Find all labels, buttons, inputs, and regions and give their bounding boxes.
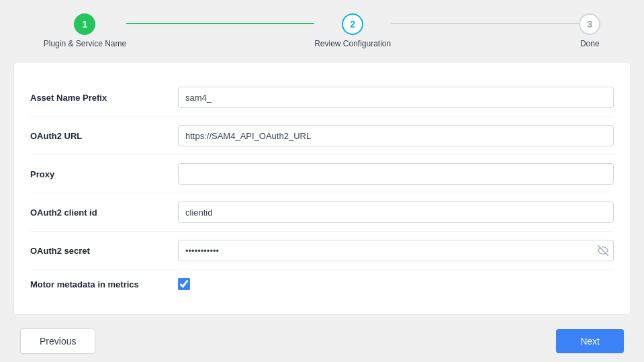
step-2-circle: 2 — [342, 13, 363, 35]
step-1-circle: 1 — [74, 13, 95, 35]
step-1-number: 1 — [83, 19, 88, 30]
step-1: 1 Plugin & Service Name — [44, 13, 126, 48]
input-asset-name-prefix[interactable] — [178, 87, 614, 108]
toggle-password-visibility-button[interactable] — [598, 245, 608, 256]
input-oauth2-client-id[interactable] — [178, 201, 614, 223]
step-3-circle: 3 — [579, 13, 600, 35]
bottom-bar: Previous Next — [13, 326, 631, 361]
password-wrapper — [178, 240, 614, 261]
field-row-oauth2-url: OAuth2 URL — [30, 117, 614, 155]
input-oauth2-url[interactable] — [178, 125, 614, 146]
step-2: 2 Review Configuration — [314, 13, 391, 48]
next-button[interactable]: Next — [556, 329, 624, 353]
page-wrapper: 1 Plugin & Service Name 2 Review Configu… — [0, 0, 644, 362]
input-oauth2-secret[interactable] — [178, 240, 614, 261]
step-2-label: Review Configuration — [314, 39, 391, 48]
field-row-proxy: Proxy — [30, 155, 614, 193]
step-2-number: 2 — [350, 19, 355, 30]
field-row-motor-metadata: Motor metadata in metrics — [30, 270, 614, 298]
eye-off-icon — [598, 245, 608, 256]
label-asset-name-prefix: Asset Name Prefix — [30, 93, 178, 103]
label-oauth2-secret: OAuth2 secret — [30, 246, 178, 256]
field-row-oauth2-secret: OAuth2 secret — [30, 232, 614, 270]
label-oauth2-client-id: OAuth2 client id — [30, 208, 178, 218]
step-3-number: 3 — [587, 19, 592, 30]
connector-2 — [391, 23, 579, 24]
form-card: Asset Name Prefix OAuth2 URL Proxy OAuth… — [13, 62, 631, 315]
label-motor-metadata: Motor metadata in metrics — [30, 279, 178, 289]
connector-1 — [126, 23, 314, 24]
previous-button[interactable]: Previous — [20, 328, 95, 354]
step-3-label: Done — [580, 39, 600, 48]
step-3: 3 Done — [579, 13, 600, 48]
field-row-oauth2-client-id: OAuth2 client id — [30, 193, 614, 232]
label-proxy: Proxy — [30, 169, 178, 179]
input-proxy[interactable] — [178, 163, 614, 185]
stepper: 1 Plugin & Service Name 2 Review Configu… — [13, 7, 631, 62]
label-oauth2-url: OAuth2 URL — [30, 131, 178, 141]
field-row-asset-name-prefix: Asset Name Prefix — [30, 79, 614, 117]
step-1-label: Plugin & Service Name — [44, 39, 126, 48]
checkbox-motor-metadata[interactable] — [178, 278, 190, 290]
